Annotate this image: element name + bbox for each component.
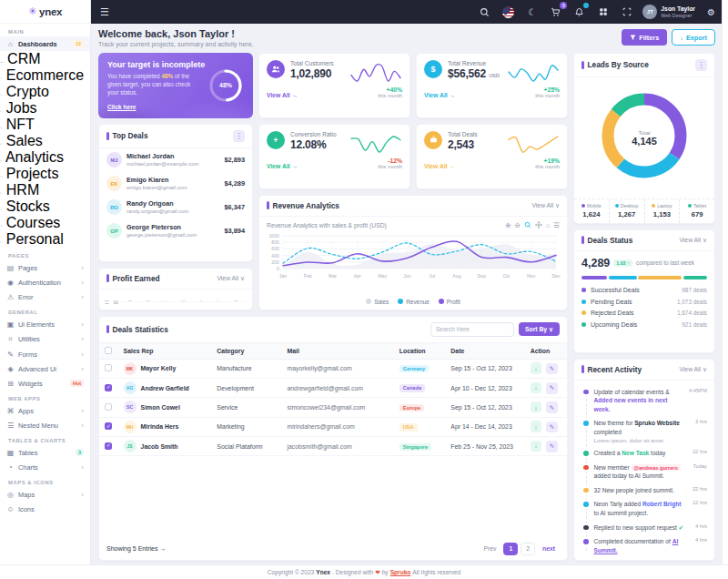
sidebar-item[interactable]: ▣ Ui Elements ›: [0, 317, 90, 331]
edit-action-button[interactable]: ✎: [546, 382, 558, 394]
pan-icon[interactable]: [535, 221, 542, 230]
download-action-button[interactable]: ↓: [531, 401, 542, 413]
home-reset-icon[interactable]: ⌂: [546, 221, 551, 230]
scrollbar-track[interactable]: [722, 0, 728, 564]
edit-action-button[interactable]: ✎: [546, 363, 558, 375]
sidebar-child-item[interactable]: ◦ NFT: [0, 117, 90, 133]
sidebar-item[interactable]: ◉ Authentication ›: [0, 275, 90, 290]
sidebar-item[interactable]: ☺ Icons ›: [0, 502, 90, 516]
legend-item-profit[interactable]: Profit: [439, 299, 460, 305]
row-checkbox[interactable]: [105, 384, 112, 391]
dark-mode-icon[interactable]: ☾: [524, 5, 540, 20]
list-item[interactable]: GP George Pieterson george.pieterson@gma…: [99, 219, 252, 243]
sidebar-item[interactable]: ▤ Pages ›: [0, 260, 90, 275]
language-flag-icon[interactable]: [500, 5, 516, 20]
search-input[interactable]: [430, 322, 514, 337]
row-checkbox[interactable]: [105, 422, 112, 430]
menu-toggle-icon[interactable]: ☰: [100, 6, 109, 18]
download-action-button[interactable]: ↓: [531, 421, 542, 432]
download-action-button[interactable]: ↓: [531, 362, 542, 374]
spruko-link[interactable]: Spruko: [390, 569, 411, 575]
user-menu[interactable]: JT Json Taylor Web Designer: [642, 5, 695, 19]
edit-action-button[interactable]: ✎: [546, 441, 558, 452]
page-1-button[interactable]: 1: [503, 543, 518, 555]
sidebar-item[interactable]: ◈ Advanced Ui ›: [0, 361, 90, 376]
settings-gear-icon[interactable]: ⚙: [703, 5, 719, 20]
sidebar-child-item[interactable]: ◦ Crypto: [0, 84, 90, 100]
zoom-in-icon[interactable]: ⊕: [505, 221, 511, 230]
sidebar-item[interactable]: ⌂ Dashboards 12 ›: [0, 36, 90, 51]
next-page-button[interactable]: next: [538, 543, 560, 554]
legend-item-revenue[interactable]: Revenue: [398, 299, 430, 305]
list-item[interactable]: EK Emigo Kiaren emigo.kiaren@gmail.com $…: [99, 172, 252, 196]
brand-logo[interactable]: ✳ ynex: [0, 0, 90, 24]
cart-icon[interactable]: 5: [548, 5, 563, 20]
filters-button[interactable]: Filters: [622, 29, 667, 46]
deal-amount: $2,893: [224, 156, 245, 164]
sort-by-button[interactable]: Sort By ∨: [519, 322, 560, 336]
view-all-dropdown[interactable]: View All ∨: [679, 366, 707, 373]
chart-menu-icon[interactable]: ☰: [553, 221, 560, 230]
sidebar-item[interactable]: ▦ Tables 3 ›: [0, 445, 90, 460]
sidebar-item[interactable]: ✎ Forms ›: [0, 347, 90, 361]
view-all-dropdown[interactable]: View All ∨: [679, 237, 707, 244]
list-item[interactable]: MJ Michael Jordan michael.jordan@example…: [99, 148, 252, 172]
view-all-link[interactable]: View All →: [424, 163, 455, 169]
apps-grid-icon[interactable]: [595, 5, 611, 20]
row-checkbox[interactable]: [105, 364, 112, 371]
heart-icon: ❤: [375, 569, 380, 576]
sidebar-child-item[interactable]: ◦ Stocks: [0, 198, 90, 215]
column-header[interactable]: Sales Rep: [118, 343, 212, 360]
download-action-button[interactable]: ↓: [531, 382, 542, 394]
sidebar-item[interactable]: ◎ Maps ›: [0, 487, 90, 502]
column-header[interactable]: Location: [394, 343, 446, 360]
view-all-link[interactable]: View All →: [267, 92, 298, 98]
sidebar-item[interactable]: ⚠ Error ›: [0, 290, 90, 304]
sidebar-child-item[interactable]: ◦ Courses: [0, 215, 90, 231]
edit-action-button[interactable]: ✎: [546, 401, 558, 413]
sidebar-item[interactable]: ⊞ Widgets Hot ›: [0, 376, 90, 391]
sidebar-child-item[interactable]: ◦ Analytics: [0, 149, 90, 166]
edit-action-button[interactable]: ✎: [546, 422, 558, 433]
view-all-link[interactable]: View All →: [267, 163, 298, 169]
sidebar-child-item[interactable]: ◦ Sales: [0, 133, 90, 149]
row-checkbox[interactable]: [105, 442, 112, 450]
row-checkbox[interactable]: [105, 403, 112, 411]
fullscreen-icon[interactable]: [619, 5, 634, 20]
select-all-checkbox[interactable]: [105, 347, 112, 354]
view-all-dropdown[interactable]: View All ∨: [531, 202, 560, 209]
view-all-dropdown[interactable]: View All ∨: [217, 275, 245, 282]
sidebar-item-icon: ▤: [6, 264, 15, 272]
sidebar-child-item[interactable]: ◦ Projects: [0, 166, 90, 182]
column-header[interactable]: Category: [211, 343, 281, 360]
download-action-button[interactable]: ↓: [531, 441, 542, 452]
kebab-menu-icon[interactable]: ⋮: [695, 59, 707, 71]
sidebar-child-item[interactable]: ◦ Personal: [0, 231, 90, 248]
column-header[interactable]: Mail: [281, 343, 393, 360]
column-header[interactable]: Date: [445, 343, 524, 360]
legend-item-sales[interactable]: Sales: [366, 299, 389, 305]
notifications-bell-icon[interactable]: [571, 5, 587, 20]
sidebar-child-item[interactable]: ◦ Jobs: [0, 100, 90, 117]
sidebar-child-item[interactable]: ◦ Ecommerce: [0, 67, 90, 84]
svg-text:1000: 1000: [268, 233, 279, 239]
selection-zoom-icon[interactable]: [524, 221, 531, 230]
prev-page-button[interactable]: Prev: [479, 543, 500, 554]
zoom-out-icon[interactable]: ⊖: [514, 221, 520, 230]
target-click-here-link[interactable]: Click here: [107, 104, 136, 110]
sidebar-item-label: Apps: [18, 407, 77, 415]
column-header[interactable]: Action: [525, 343, 567, 360]
page-2-button[interactable]: 2: [521, 543, 535, 555]
search-icon[interactable]: [477, 5, 492, 20]
sidebar-item[interactable]: ◔ Charts ›: [0, 460, 90, 474]
view-all-link[interactable]: View All →: [424, 92, 455, 98]
list-item[interactable]: RO Randy Origoan randy.origoan@gmail.com…: [99, 196, 252, 219]
sidebar-child-item[interactable]: ◦ HRM: [0, 182, 90, 198]
target-banner[interactable]: Your target is incomplete You have compl…: [98, 53, 253, 118]
sidebar-item[interactable]: ⌗ Utilities ›: [0, 331, 90, 347]
sidebar-item[interactable]: ☰ Nested Menu ›: [0, 418, 90, 432]
export-button[interactable]: ↓ Export: [672, 29, 715, 46]
sidebar-child-item[interactable]: – CRM: [0, 51, 90, 67]
kebab-menu-icon[interactable]: ⋮: [233, 130, 245, 142]
sidebar-item[interactable]: ⌘ Apps ›: [0, 403, 90, 418]
